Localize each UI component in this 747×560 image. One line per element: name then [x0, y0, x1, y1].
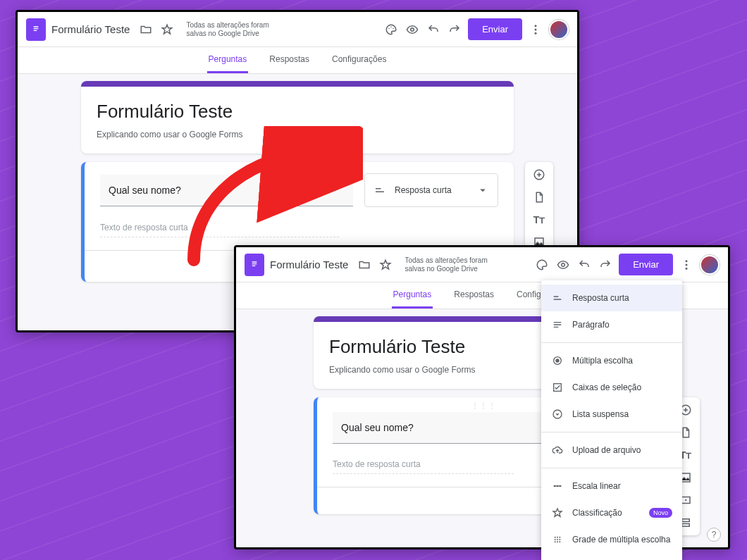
- menu-item-file-upload[interactable]: Upload de arquivo: [541, 437, 682, 463]
- svg-point-30: [555, 359, 559, 362]
- tab-responses[interactable]: Respostas: [268, 50, 311, 73]
- svg-rect-27: [682, 519, 690, 522]
- linear-scale-icon: [551, 480, 564, 492]
- short-answer-icon: [372, 182, 388, 198]
- folder-icon[interactable]: [138, 22, 154, 37]
- add-title-icon[interactable]: Tᴛ: [531, 211, 548, 228]
- menu-item-checkbox[interactable]: Caixas de seleção: [541, 374, 682, 401]
- dropdown-icon: [551, 408, 564, 421]
- menu-item-paragraph[interactable]: Parágrafo: [541, 311, 682, 338]
- radio-icon: [551, 354, 564, 367]
- menu-item-multiple-choice[interactable]: Múltipla escolha: [541, 347, 682, 374]
- import-question-icon[interactable]: [531, 189, 548, 206]
- tab-responses[interactable]: Respostas: [452, 285, 495, 309]
- form-description[interactable]: Explicando como usar o Google Forms: [97, 130, 498, 139]
- add-question-icon[interactable]: [531, 166, 548, 183]
- question-type-dropdown[interactable]: Resposta curta: [364, 173, 498, 207]
- folder-icon[interactable]: [357, 257, 372, 273]
- document-title[interactable]: Formulário Teste: [270, 259, 348, 270]
- menu-item-short-answer[interactable]: Resposta curta: [541, 285, 682, 311]
- tab-settings[interactable]: Configurações: [331, 50, 388, 73]
- svg-point-44: [559, 541, 560, 542]
- help-icon[interactable]: ?: [707, 528, 721, 542]
- svg-point-17: [562, 263, 565, 266]
- save-status: Todas as alterações foram salvas no Goog…: [186, 21, 285, 38]
- send-button[interactable]: Enviar: [619, 254, 673, 275]
- save-status: Todas as alterações foram salvas no Goog…: [405, 256, 503, 273]
- svg-point-3: [411, 27, 414, 31]
- avatar[interactable]: [549, 20, 569, 39]
- more-icon[interactable]: [679, 257, 694, 273]
- paragraph-icon: [551, 318, 564, 331]
- menu-item-cb-grid[interactable]: Grade da caixa de seleção: [541, 553, 682, 560]
- preview-icon[interactable]: [405, 22, 420, 37]
- form-header-card[interactable]: Formulário Teste Explicando como usar o …: [81, 81, 514, 154]
- tab-questions[interactable]: Perguntas: [207, 50, 249, 73]
- chevron-down-icon: [475, 182, 490, 198]
- checkbox-icon: [551, 381, 564, 394]
- menu-item-rating[interactable]: Classificação Novo: [541, 499, 682, 526]
- tab-questions[interactable]: Perguntas: [392, 285, 433, 309]
- svg-point-0: [388, 27, 390, 29]
- short-answer-placeholder: Texto de resposta curta: [100, 218, 339, 237]
- menu-item-linear-scale[interactable]: Escala linear: [541, 473, 682, 499]
- svg-point-19: [686, 263, 688, 266]
- grid-icon: [551, 533, 564, 546]
- svg-point-36: [555, 537, 556, 538]
- svg-point-5: [535, 28, 537, 30]
- menu-item-dropdown[interactable]: Lista suspensa: [541, 401, 682, 428]
- svg-point-37: [557, 537, 558, 538]
- star-icon[interactable]: [159, 22, 175, 37]
- menu-item-mc-grid[interactable]: Grade de múltipla escolha: [541, 526, 682, 553]
- top-bar: Formulário Teste Todas as alterações for…: [18, 12, 577, 47]
- preview-icon[interactable]: [555, 257, 571, 273]
- svg-point-20: [686, 267, 688, 269]
- document-title[interactable]: Formulário Teste: [51, 23, 130, 35]
- form-title[interactable]: Formulário Teste: [97, 101, 498, 123]
- upload-icon: [551, 444, 564, 456]
- top-bar: Formulário Teste Todas as alterações for…: [236, 247, 728, 282]
- svg-point-42: [555, 541, 556, 542]
- more-icon[interactable]: [528, 22, 543, 37]
- short-answer-icon: [551, 292, 564, 304]
- redo-icon[interactable]: [447, 22, 462, 37]
- redo-icon[interactable]: [598, 257, 613, 273]
- svg-rect-25: [681, 473, 690, 482]
- svg-rect-28: [682, 524, 690, 527]
- avatar[interactable]: [700, 255, 720, 275]
- short-answer-placeholder: Texto de resposta curta: [333, 455, 514, 474]
- svg-point-38: [559, 537, 560, 538]
- svg-point-18: [686, 260, 688, 262]
- tab-bar: Perguntas Respostas Configurações: [18, 47, 577, 74]
- send-button[interactable]: Enviar: [468, 18, 522, 40]
- question-type-menu: Resposta curta Parágrafo Múltipla escolh…: [541, 280, 682, 560]
- svg-point-6: [535, 32, 537, 34]
- forms-logo[interactable]: [26, 18, 46, 41]
- svg-point-41: [559, 539, 560, 540]
- svg-point-1: [390, 26, 392, 27]
- star-icon[interactable]: [378, 257, 393, 273]
- new-badge: Novo: [649, 508, 672, 518]
- palette-icon[interactable]: [534, 257, 550, 273]
- svg-point-39: [555, 539, 556, 540]
- undo-icon[interactable]: [426, 22, 441, 37]
- svg-point-40: [557, 539, 558, 540]
- svg-point-43: [557, 541, 558, 542]
- palette-icon[interactable]: [383, 22, 399, 37]
- undo-icon[interactable]: [576, 257, 592, 273]
- question-title-input[interactable]: Qual seu nome?: [100, 175, 353, 206]
- forms-logo[interactable]: [245, 254, 264, 276]
- svg-point-2: [393, 27, 394, 29]
- svg-point-4: [535, 25, 537, 27]
- question-type-label: Resposta curta: [395, 185, 452, 195]
- star-rating-icon: [551, 506, 564, 519]
